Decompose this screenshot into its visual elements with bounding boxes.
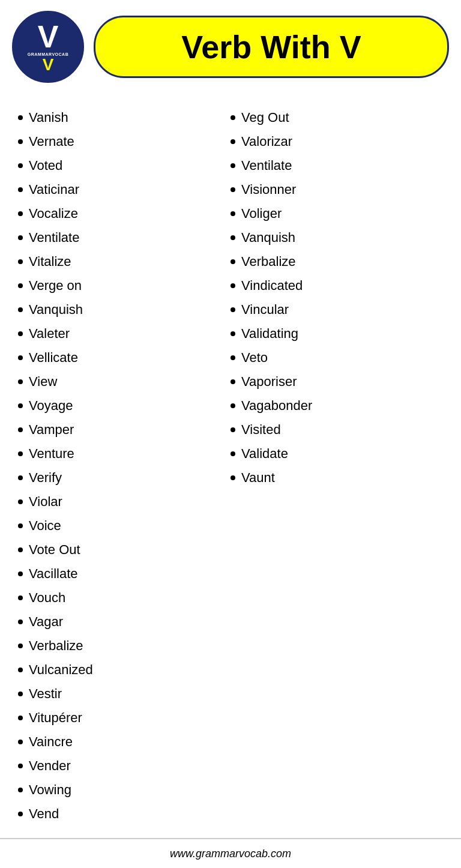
bullet-icon (18, 788, 23, 792)
bullet-icon (18, 499, 23, 504)
bullet-icon (18, 235, 23, 240)
bullet-icon (18, 211, 23, 216)
bullet-icon (18, 403, 23, 408)
item-label: Vaticinar (29, 182, 79, 197)
bullet-icon (230, 451, 235, 456)
list-item: Voliger (230, 202, 443, 226)
list-item: Vitalize (18, 250, 230, 274)
bullet-icon (18, 379, 23, 384)
list-item: Veto (230, 346, 443, 370)
item-label: Venture (29, 446, 74, 462)
bullet-icon (230, 115, 235, 120)
item-label: Vend (29, 806, 59, 822)
list-item: Ventilate (230, 154, 443, 178)
list-item: Vestir (18, 682, 230, 706)
item-label: Vaporiser (241, 374, 297, 390)
item-label: Vender (29, 758, 71, 774)
item-label: Vestir (29, 686, 62, 702)
item-label: Vanish (29, 110, 68, 125)
item-label: Violar (29, 494, 62, 510)
list-item: Vaporiser (230, 370, 443, 394)
footer-url: www.grammarvocab.com (170, 848, 291, 860)
bullet-icon (18, 716, 23, 720)
list-item: Vowing (18, 778, 230, 802)
item-label: Vincular (241, 302, 289, 318)
item-label: Valeter (29, 326, 70, 342)
item-label: Vanquish (29, 302, 83, 318)
item-label: Verge on (29, 278, 82, 294)
item-label: Ventilate (241, 158, 292, 173)
item-label: Vaincre (29, 734, 73, 750)
list-item: Visited (230, 418, 443, 442)
logo-v-bottom-icon: V (43, 56, 54, 73)
list-item: Voice (18, 514, 230, 538)
item-label: Vitalize (29, 254, 71, 270)
list-item: Verbalize (230, 250, 443, 274)
item-label: View (29, 374, 57, 390)
item-label: Validating (241, 326, 298, 342)
list-item: Violar (18, 490, 230, 514)
bullet-icon (18, 163, 23, 168)
list-item: Verify (18, 466, 230, 490)
list-item: Vindicated (230, 274, 443, 298)
bullet-icon (18, 668, 23, 672)
list-item: Validating (230, 322, 443, 346)
item-label: Veg Out (241, 110, 289, 125)
bullet-icon (18, 139, 23, 144)
item-label: Vindicated (241, 278, 303, 294)
bullet-icon (18, 692, 23, 696)
item-label: Vouch (29, 590, 65, 606)
bullet-icon (18, 355, 23, 360)
item-label: Vitupérer (29, 710, 82, 726)
bullet-icon (230, 187, 235, 192)
bullet-icon (18, 283, 23, 288)
bullet-icon (230, 259, 235, 264)
list-item: Voyage (18, 394, 230, 418)
list-item: Vacillate (18, 562, 230, 586)
item-label: Voice (29, 518, 61, 534)
logo: V GRAMMARVOCAB V (12, 11, 84, 83)
bullet-icon (18, 812, 23, 816)
list-item: Valorizar (230, 130, 443, 154)
list-item: Vouch (18, 586, 230, 610)
header: V GRAMMARVOCAB V Verb With V (0, 0, 461, 94)
list-item: Validate (230, 442, 443, 466)
list-item: Voted (18, 154, 230, 178)
list-item: Venture (18, 442, 230, 466)
list-item: Ventilate (18, 226, 230, 250)
list-item: Verbalize (18, 634, 230, 658)
item-label: Vote Out (29, 542, 80, 558)
item-label: Veto (241, 350, 268, 366)
bullet-icon (230, 235, 235, 240)
list-item: Vaincre (18, 730, 230, 754)
list-item: Vellicate (18, 346, 230, 370)
bullet-icon (18, 764, 23, 768)
item-label: Vernate (29, 134, 74, 149)
item-label: Vanquish (241, 230, 295, 246)
list-item: Vagar (18, 610, 230, 634)
item-label: Visionner (241, 182, 296, 197)
item-label: Voyage (29, 398, 73, 414)
bullet-icon (18, 547, 23, 552)
bullet-icon (18, 523, 23, 528)
bullet-icon (18, 259, 23, 264)
bullet-icon (230, 163, 235, 168)
item-label: Valorizar (241, 134, 292, 149)
page-title: Verb With V (181, 28, 361, 65)
bullet-icon (18, 595, 23, 600)
item-label: Vaunt (241, 470, 275, 486)
list-item: Vincular (230, 298, 443, 322)
item-label: Verbalize (241, 254, 296, 270)
bullet-icon (230, 427, 235, 432)
item-label: Vagar (29, 614, 63, 630)
item-label: Verbalize (29, 638, 83, 654)
item-label: Ventilate (29, 230, 79, 246)
bullet-icon (230, 331, 235, 336)
list-item: Vanquish (230, 226, 443, 250)
footer: www.grammarvocab.com (0, 838, 461, 868)
list-item: Vagabonder (230, 394, 443, 418)
item-label: Vowing (29, 782, 71, 798)
item-label: Voliger (241, 206, 282, 222)
item-label: Vacillate (29, 566, 78, 582)
bullet-icon (230, 475, 235, 480)
